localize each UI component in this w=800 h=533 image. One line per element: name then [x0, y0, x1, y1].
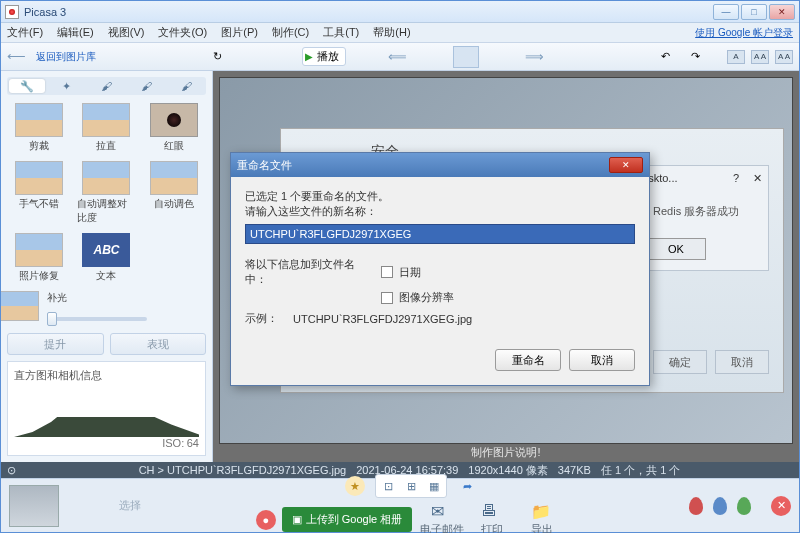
actual-icon[interactable]: ⊞: [400, 476, 422, 496]
popup-help-icon[interactable]: ?: [733, 172, 739, 184]
perform-button[interactable]: 表现: [110, 333, 207, 355]
tool-6[interactable]: 照片修复: [7, 231, 71, 285]
thumb-box: [453, 46, 479, 68]
pin-green-icon[interactable]: [737, 497, 751, 515]
tab-brush1[interactable]: 🖌: [89, 79, 125, 93]
back-to-library[interactable]: 返回到图片库: [36, 50, 96, 64]
tool-0[interactable]: 剪裁: [7, 101, 71, 155]
window-title: Picasa 3: [24, 6, 713, 18]
histogram-panel: 直方图和相机信息 ISO: 64: [7, 361, 206, 456]
menu-item[interactable]: 视图(V): [108, 25, 145, 40]
tool-8[interactable]: 补光: [7, 289, 138, 323]
tool-1[interactable]: 拉直: [75, 101, 139, 155]
date-checkbox[interactable]: [381, 266, 393, 278]
rename-input[interactable]: [245, 224, 635, 244]
popup-close-icon[interactable]: ✕: [753, 172, 762, 185]
menu-item[interactable]: 图片(P): [221, 25, 258, 40]
fill-light-slider[interactable]: [47, 317, 147, 321]
grid-icon[interactable]: ▦: [423, 476, 445, 496]
popup-ok-button[interactable]: OK: [646, 238, 706, 260]
pin-red-icon[interactable]: [689, 497, 703, 515]
dialog-line2: 请输入这些文件的新名称：: [245, 204, 635, 219]
prev-icon[interactable]: ⟸: [388, 49, 407, 64]
menu-item[interactable]: 文件(F): [7, 25, 43, 40]
caption[interactable]: 制作图片说明!: [213, 445, 799, 460]
maximize-button[interactable]: □: [741, 4, 767, 20]
menubar: 文件(F)编辑(E)视图(V)文件夹(O)图片(P)制作(C)工具(T)帮助(H…: [1, 23, 799, 43]
next-icon[interactable]: ⟹: [525, 49, 544, 64]
toolbar: ⟵ 返回到图片库 ↻ ▶ 播放 ⟸ ⟹ ↶ ↷ A A A A A: [1, 43, 799, 71]
histogram: [14, 387, 199, 437]
zoom-aa[interactable]: A A: [751, 50, 769, 64]
star-icon[interactable]: ★: [345, 476, 365, 496]
dialog-title: 重命名文件: [237, 158, 292, 173]
tool-7[interactable]: ABC文本: [75, 231, 139, 285]
tab-brush2[interactable]: 🖌: [128, 79, 164, 93]
titlebar: Picasa 3 — □ ✕: [1, 1, 799, 23]
minimize-button[interactable]: —: [713, 4, 739, 20]
confirm-button[interactable]: 确定: [653, 350, 707, 374]
menu-item[interactable]: 工具(T): [323, 25, 359, 40]
rename-dialog: 重命名文件 ✕ 已选定 1 个要重命名的文件。 请输入这些文件的新名称： 将以下…: [230, 152, 650, 386]
tool-5[interactable]: 自动调色: [142, 159, 206, 227]
zoom-a[interactable]: A: [727, 50, 745, 64]
bottom-bar: 选择 ★ ⊡ ⊞ ▦ ➦ ● ▣上传到 Google 相册 ✉电子邮件🖶打印📁导…: [1, 478, 799, 532]
app-icon: [5, 5, 19, 19]
upload-button[interactable]: ▣上传到 Google 相册: [282, 507, 413, 532]
zoom-aaa[interactable]: A A: [775, 50, 793, 64]
sidebar: 🔧 ✦ 🖌 🖌 🖌 剪裁拉直红眼手气不错自动调整对比度自动调色照片修复ABC文本…: [1, 71, 213, 462]
menu-item[interactable]: 编辑(E): [57, 25, 94, 40]
play-icon: ▶: [305, 51, 313, 62]
tool-4[interactable]: 自动调整对比度: [75, 159, 139, 227]
share-icon[interactable]: ➦: [457, 476, 477, 496]
action-电子邮件[interactable]: ✉电子邮件: [418, 502, 466, 533]
dialog-close-button[interactable]: ✕: [609, 157, 643, 173]
close-button[interactable]: ✕: [769, 4, 795, 20]
rotate-left-icon[interactable]: ↶: [653, 47, 677, 67]
tool-2[interactable]: 红眼: [142, 101, 206, 155]
dialog-line1: 已选定 1 个要重命名的文件。: [245, 189, 635, 204]
record-icon[interactable]: ●: [256, 510, 276, 530]
action-导出[interactable]: 📁导出: [518, 502, 566, 533]
rotate-right-icon[interactable]: ↷: [683, 47, 707, 67]
menu-item[interactable]: 帮助(H): [373, 25, 410, 40]
fit-icon[interactable]: ⊡: [377, 476, 399, 496]
pick-label: 选择: [119, 498, 141, 513]
bottom-thumb[interactable]: [9, 485, 59, 527]
enhance-button[interactable]: 提升: [7, 333, 104, 355]
edit-tabs: 🔧 ✦ 🖌 🖌 🖌: [7, 77, 206, 95]
example-text: UTCHPU`R3FLGFDJ2971XGEG.jpg: [293, 313, 472, 325]
view-icons: ⊡ ⊞ ▦: [375, 474, 447, 498]
rename-button[interactable]: 重命名: [495, 349, 561, 371]
google-login-link[interactable]: 使用 Google 帐户登录: [695, 26, 793, 40]
menu-item[interactable]: 制作(C): [272, 25, 309, 40]
menu-item[interactable]: 文件夹(O): [158, 25, 207, 40]
histogram-label: 直方图和相机信息: [14, 368, 199, 383]
resolution-checkbox[interactable]: [381, 292, 393, 304]
dialog-cancel-button[interactable]: 取消: [569, 349, 635, 371]
action-打印[interactable]: 🖶打印: [468, 502, 516, 533]
pin-blue-icon[interactable]: [713, 497, 727, 515]
refresh-icon[interactable]: ↻: [206, 47, 230, 67]
delete-icon[interactable]: ✕: [771, 496, 791, 516]
back-icon[interactable]: ⟵: [7, 49, 26, 64]
tab-basic[interactable]: 🔧: [9, 79, 45, 93]
tab-light[interactable]: ✦: [49, 79, 85, 93]
tool-3[interactable]: 手气不错: [7, 159, 71, 227]
tab-brush3[interactable]: 🖌: [168, 79, 204, 93]
cancel-button[interactable]: 取消: [715, 350, 769, 374]
play-button[interactable]: ▶ 播放: [302, 47, 346, 66]
